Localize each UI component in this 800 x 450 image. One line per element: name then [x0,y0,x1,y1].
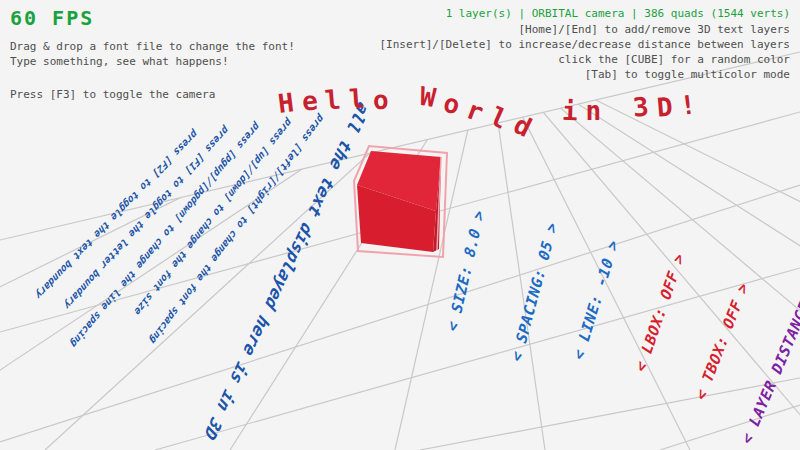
headline-letter: ! [678,89,697,121]
hint-cube-random-color: click the [CUBE] for a random color [379,52,790,67]
headline-3d-text: Hello World in 3D! [278,94,704,124]
headline-letter: e [300,85,319,116]
hint-type-something: Type something, see what happens! [10,54,295,69]
headline-letter: D [655,91,673,122]
headline-letter: r [463,94,488,128]
headline-letter: l [348,83,366,114]
headline-letter [396,86,412,116]
headline-letter: W [418,81,438,113]
headline-letter: 3 [632,91,650,122]
hud-right: 1 layer(s) | ORBITAL camera | 386 quads … [379,6,790,82]
hint-toggle-camera: Press [F3] to toggle the camera [10,87,295,102]
hint-multicolor-mode: [Tab] to toggle multicolor mode [379,67,790,82]
headline-letter: o [372,85,389,116]
hint-drag-drop-font: Drag & drop a font file to change the fo… [10,39,295,54]
fps-counter: 60 FPS [10,6,295,30]
hud-left: 60 FPS Drag & drop a font file to change… [10,6,295,102]
headline-letter: n [586,96,602,126]
hint-layer-distance: [Insert]/[Delete] to increase/decrease d… [379,37,790,52]
status-line: 1 layer(s) | ORBITAL camera | 386 quads … [379,6,790,22]
cube[interactable] [354,146,447,257]
hint-add-remove-layers: [Home]/[End] to add/remove 3D text layer… [379,22,790,37]
headline-letter [609,94,626,125]
demo-viewport[interactable]: press [F2] to toggle the text boundarypr… [0,0,800,450]
headline-letter: i [561,96,578,127]
headline-letter: l [324,84,342,115]
